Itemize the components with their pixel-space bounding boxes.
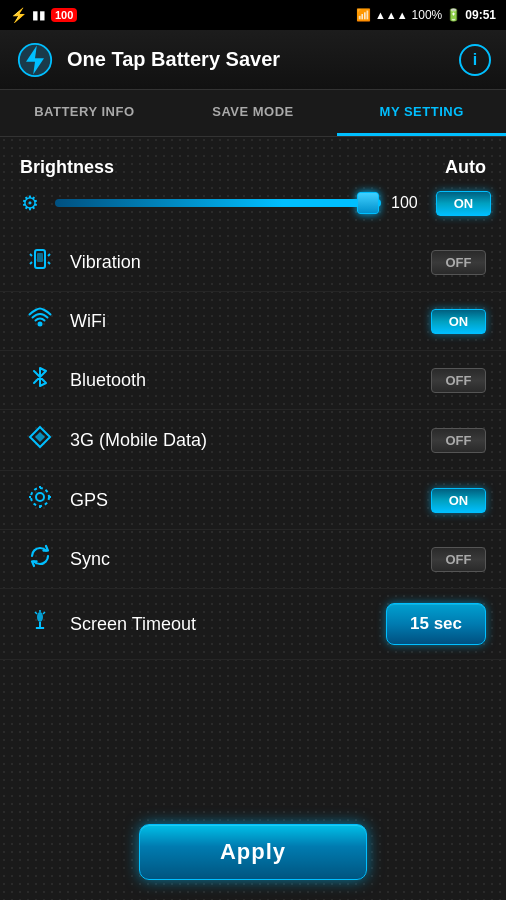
gps-row: GPS ON — [0, 471, 506, 530]
time-display: 09:51 — [465, 8, 496, 22]
signal-icon: ▲▲▲ — [375, 9, 408, 21]
wifi-row: WiFi ON — [0, 292, 506, 351]
status-left: ⚡ ▮▮ 100 — [10, 7, 77, 23]
wifi-toggle[interactable]: ON — [431, 309, 486, 334]
screen-timeout-label: Screen Timeout — [70, 614, 386, 635]
svg-line-4 — [30, 254, 32, 256]
app-logo — [15, 40, 55, 80]
svg-line-20 — [35, 612, 37, 614]
vibration-label: Vibration — [70, 252, 431, 273]
svg-point-17 — [37, 612, 43, 622]
svg-line-21 — [43, 612, 45, 614]
info-button[interactable]: i — [459, 44, 491, 76]
sync-toggle[interactable]: OFF — [431, 547, 486, 572]
vibration-row: Vibration OFF — [0, 233, 506, 292]
svg-point-8 — [39, 323, 42, 326]
brightness-icon: ⚙ — [15, 191, 45, 215]
screen-timeout-icon — [20, 609, 60, 639]
app-title: One Tap Battery Saver — [67, 48, 459, 71]
svg-marker-10 — [35, 432, 45, 442]
tab-my-setting[interactable]: MY SETTING — [337, 90, 506, 136]
vibration-icon — [20, 247, 60, 277]
mobile-data-label: 3G (Mobile Data) — [70, 430, 431, 451]
mobile-data-icon — [20, 424, 60, 456]
svg-point-11 — [36, 493, 44, 501]
sync-icon — [20, 544, 60, 574]
svg-line-6 — [48, 254, 50, 256]
notification-badge: 100 — [51, 8, 77, 22]
brightness-label: Brightness — [20, 157, 114, 178]
gps-toggle[interactable]: ON — [431, 488, 486, 513]
slider-value: 100 — [391, 194, 426, 212]
status-right: 📶 ▲▲▲ 100% 🔋 09:51 — [356, 8, 496, 22]
brightness-toggle[interactable]: ON — [436, 191, 491, 216]
screen-timeout-button[interactable]: 15 sec — [386, 603, 486, 645]
sync-row: Sync OFF — [0, 530, 506, 589]
tab-bar: BATTERY INFO SAVE MODE MY SETTING — [0, 90, 506, 137]
bluetooth-row: Bluetooth OFF — [0, 351, 506, 410]
apply-button[interactable]: Apply — [139, 824, 367, 880]
wifi-icon — [20, 306, 60, 336]
auto-label: Auto — [445, 157, 486, 178]
battery-icon: 🔋 — [446, 8, 461, 22]
settings-area: Brightness Auto ⚙ 100 ON — [0, 137, 506, 804]
sync-label: Sync — [70, 549, 431, 570]
bluetooth-label: Bluetooth — [70, 370, 431, 391]
slider-track — [55, 199, 381, 207]
brightness-slider-row: ⚙ 100 ON — [0, 183, 506, 233]
app-header: One Tap Battery Saver i — [0, 30, 506, 90]
brightness-slider[interactable] — [55, 188, 381, 218]
brightness-header: Brightness Auto — [0, 147, 506, 183]
svg-rect-3 — [37, 253, 43, 262]
tab-battery-info[interactable]: BATTERY INFO — [0, 90, 169, 136]
gps-icon — [20, 485, 60, 515]
vibration-toggle[interactable]: OFF — [431, 250, 486, 275]
usb-icon: ⚡ — [10, 7, 27, 23]
tab-save-mode[interactable]: SAVE MODE — [169, 90, 338, 136]
wifi-status-icon: 📶 — [356, 8, 371, 22]
screen-timeout-row: Screen Timeout 15 sec — [0, 589, 506, 660]
svg-point-12 — [31, 488, 49, 506]
bluetooth-toggle[interactable]: OFF — [431, 368, 486, 393]
battery-bars-icon: ▮▮ — [32, 8, 46, 22]
mobile-data-row: 3G (Mobile Data) OFF — [0, 410, 506, 471]
wifi-label: WiFi — [70, 311, 431, 332]
status-bar: ⚡ ▮▮ 100 📶 ▲▲▲ 100% 🔋 09:51 — [0, 0, 506, 30]
bluetooth-icon — [20, 365, 60, 395]
mobile-data-toggle[interactable]: OFF — [431, 428, 486, 453]
gps-label: GPS — [70, 490, 431, 511]
slider-thumb[interactable] — [357, 192, 379, 214]
battery-percent: 100% — [412, 8, 443, 22]
svg-line-7 — [48, 262, 50, 264]
apply-area: Apply — [0, 804, 506, 900]
svg-line-5 — [30, 262, 32, 264]
